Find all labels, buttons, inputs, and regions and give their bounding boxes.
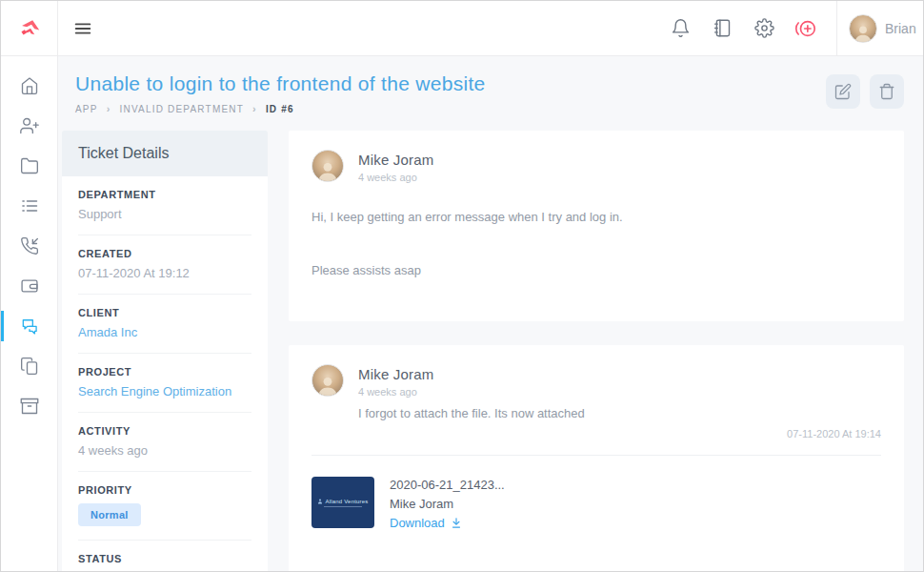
ticket-details-title: Ticket Details — [62, 131, 268, 176]
topbar-spacer — [108, 1, 663, 55]
message-header: Mike Joram 4 weeks ago — [311, 150, 881, 183]
wallet-icon — [20, 276, 39, 296]
ticket-details-panel: Ticket Details DEPARTMENT Support CREATE… — [62, 131, 268, 572]
message-paragraph: Hi, I keep getting an error message when… — [311, 210, 881, 224]
user-avatar — [849, 14, 877, 43]
attachment-row: Alland Ventures 2020-06-21_21423... Mike… — [311, 477, 881, 530]
attachment-uploader: Mike Joram — [390, 497, 505, 511]
topbar-icons — [663, 1, 836, 55]
breadcrumb: APP › INVALID DEPARTMENT › ID #6 — [75, 103, 904, 114]
notebook-icon[interactable] — [705, 11, 739, 46]
priority-badge: Normal — [78, 503, 141, 526]
app-logo[interactable] — [1, 1, 58, 55]
breadcrumb-department[interactable]: INVALID DEPARTMENT — [120, 104, 245, 114]
attachment-filename: 2020-06-21_21423... — [390, 478, 505, 492]
field-activity: ACTIVITY 4 weeks ago — [78, 413, 251, 472]
chat-bubbles-icon — [20, 317, 39, 336]
sidebar-item-projects[interactable] — [1, 146, 57, 186]
message-timestamp: 07-11-2020 At 19:14 — [311, 428, 881, 439]
author-avatar — [311, 364, 344, 397]
brand-mark-icon — [317, 499, 323, 504]
folder-icon — [20, 156, 39, 175]
sidebar-item-calls[interactable] — [1, 226, 57, 266]
attachment-download-link[interactable]: Download — [390, 516, 505, 530]
field-label: PRIORITY — [78, 484, 251, 496]
project-link[interactable]: Search Engine Optimization — [78, 384, 251, 398]
field-value: Support — [78, 207, 251, 221]
documents-icon — [20, 357, 39, 376]
field-label: DEPARTMENT — [78, 189, 251, 200]
sidebar-item-home[interactable] — [1, 66, 57, 106]
ticket-details-body: DEPARTMENT Support CREATED 07-11-2020 At… — [62, 176, 268, 572]
attachment-info: 2020-06-21_21423... Mike Joram Download — [390, 477, 505, 530]
message-time-ago: 4 weeks ago — [358, 172, 434, 183]
message-card-1: Mike Joram 4 weeks ago Hi, I keep gettin… — [289, 131, 904, 321]
users-icon — [20, 116, 39, 135]
notifications-bell-icon[interactable] — [663, 11, 697, 46]
field-label: CREATED — [78, 248, 251, 259]
settings-gear-icon[interactable] — [747, 11, 781, 46]
message-author-block: Mike Joram 4 weeks ago — [358, 150, 434, 183]
field-created: CREATED 07-11-2020 At 19:12 — [78, 235, 251, 295]
home-icon — [20, 76, 39, 95]
field-value: 4 weeks ago — [78, 443, 251, 458]
attachment-brand-text: Alland Ventures — [325, 499, 368, 504]
page-header: Unable to login to the frontend of the w… — [62, 72, 904, 114]
field-department: DEPARTMENT Support — [78, 176, 251, 235]
sidebar-item-documents[interactable] — [1, 346, 57, 386]
ticket-messages: Mike Joram 4 weeks ago Hi, I keep gettin… — [289, 131, 904, 572]
field-label: STATUS — [78, 553, 251, 564]
phone-incoming-icon — [20, 236, 39, 255]
field-label: CLIENT — [78, 307, 251, 318]
message-author: Mike Joram — [358, 366, 585, 382]
field-project: PROJECT Search Engine Optimization — [78, 354, 251, 413]
breadcrumb-separator: › — [252, 103, 257, 114]
field-label: ACTIVITY — [78, 425, 251, 437]
archive-icon — [20, 397, 39, 416]
message-divider — [311, 455, 881, 456]
edit-pencil-icon — [834, 83, 852, 100]
breadcrumb-separator: › — [107, 103, 111, 114]
sidebar-item-tickets[interactable] — [1, 306, 57, 346]
top-bar: Brian — [1, 1, 923, 56]
message-author-block: Mike Joram 4 weeks ago I forgot to attac… — [358, 364, 585, 420]
message-author: Mike Joram — [358, 152, 434, 168]
message-paragraph: Please assists asap — [311, 263, 881, 277]
sidebar-item-clients[interactable] — [1, 106, 57, 146]
user-name: Brian — [885, 21, 916, 36]
list-icon — [20, 196, 39, 215]
page-actions — [826, 74, 904, 109]
logo-icon — [15, 14, 44, 43]
edit-ticket-icon-button[interactable] — [826, 74, 860, 109]
attachment-thumbnail[interactable]: Alland Ventures — [311, 477, 374, 528]
sidebar-item-archive[interactable] — [1, 386, 57, 426]
message-body: I forgot to attach the file. Its now att… — [358, 406, 585, 420]
field-status: STATUS Answered — [78, 541, 251, 572]
quick-add-icon[interactable] — [789, 11, 823, 46]
trash-icon — [878, 83, 895, 100]
menu-icon[interactable] — [58, 1, 108, 55]
message-time-ago: 4 weeks ago — [358, 386, 585, 398]
download-icon — [450, 517, 463, 530]
delete-ticket-icon-button[interactable] — [870, 74, 904, 109]
sidebar-item-tasks[interactable] — [1, 186, 57, 226]
field-label: PROJECT — [78, 366, 251, 378]
main-content: Unable to login to the frontend of the w… — [58, 56, 923, 572]
attachment-brand-underline — [324, 506, 362, 507]
field-priority: PRIORITY Normal — [78, 472, 251, 541]
author-avatar — [311, 150, 344, 182]
user-menu[interactable]: Brian — [836, 1, 923, 55]
breadcrumb-app[interactable]: APP — [75, 104, 98, 114]
breadcrumb-ticket-id: ID #6 — [266, 104, 294, 114]
message-card-2: Mike Joram 4 weeks ago I forgot to attac… — [289, 345, 904, 572]
download-label: Download — [390, 516, 445, 530]
attachment-brand: Alland Ventures — [317, 499, 368, 504]
field-value: 07-11-2020 At 19:12 — [78, 266, 251, 280]
sidebar-nav — [1, 56, 58, 572]
page-title: Unable to login to the frontend of the w… — [75, 72, 904, 95]
client-link[interactable]: Amada Inc — [78, 325, 251, 339]
sidebar-item-billing[interactable] — [1, 266, 57, 306]
message-header: Mike Joram 4 weeks ago I forgot to attac… — [311, 364, 881, 420]
field-client: CLIENT Amada Inc — [78, 295, 251, 354]
